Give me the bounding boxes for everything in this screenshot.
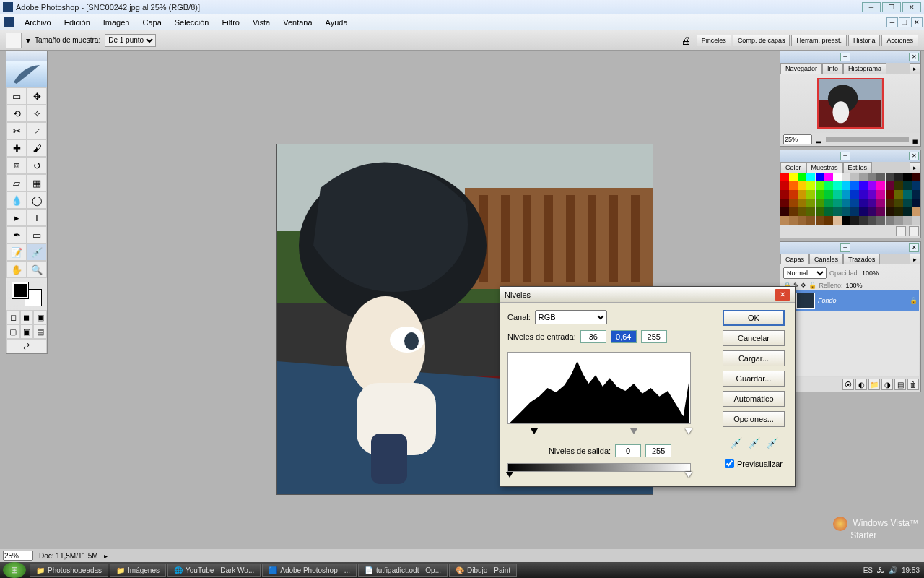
maximize-button[interactable]: ❐ xyxy=(882,2,901,12)
swatch[interactable] xyxy=(806,181,815,190)
menu-ventana[interactable]: Ventana xyxy=(277,17,318,28)
blur-tool[interactable]: 💧 xyxy=(6,191,27,209)
swatch[interactable] xyxy=(859,173,868,181)
layer-new-button[interactable]: ▤ xyxy=(894,379,906,390)
menu-filtro[interactable]: Filtro xyxy=(216,17,245,28)
preview-check-input[interactable] xyxy=(725,459,734,468)
ok-button[interactable]: OK xyxy=(723,310,785,326)
input-white-field[interactable] xyxy=(641,330,667,343)
delete-swatch-button[interactable] xyxy=(909,226,919,236)
swatch[interactable] xyxy=(833,190,842,199)
swatch[interactable] xyxy=(894,190,903,199)
screen-full-menu[interactable]: ▣ xyxy=(20,324,34,339)
panel-menu[interactable]: ▸ xyxy=(910,254,920,264)
swatch[interactable] xyxy=(833,207,842,216)
dodge-tool[interactable]: ◯ xyxy=(27,191,47,209)
swatch[interactable] xyxy=(850,190,859,199)
swatch[interactable] xyxy=(903,216,912,225)
panel-minimize[interactable]: ─ xyxy=(840,152,850,160)
palette-herram-preest[interactable]: Herram. preest. xyxy=(791,35,847,46)
eyedropper-white-icon[interactable]: 💉 xyxy=(766,437,778,449)
swatch[interactable] xyxy=(806,216,815,225)
swatch[interactable] xyxy=(894,216,903,225)
doc-restore-button[interactable]: ❐ xyxy=(899,17,910,27)
swatch[interactable] xyxy=(859,207,868,216)
swatch[interactable] xyxy=(868,199,876,207)
jump-to-imageready[interactable]: ⇄ xyxy=(6,339,47,353)
swatch[interactable] xyxy=(912,199,920,207)
quickmask-mask[interactable]: ◼ xyxy=(20,310,34,324)
swatch[interactable] xyxy=(868,173,876,181)
doc-minimize-button[interactable]: ─ xyxy=(886,17,898,27)
blend-mode-select[interactable]: Normal xyxy=(783,267,827,279)
swatch[interactable] xyxy=(850,216,859,225)
swatch[interactable] xyxy=(789,181,798,190)
swatch[interactable] xyxy=(824,173,833,181)
swatch[interactable] xyxy=(780,207,789,216)
swatch[interactable] xyxy=(780,173,789,181)
preview-checkbox[interactable]: Previsualizar xyxy=(725,459,783,468)
swatch[interactable] xyxy=(824,181,833,190)
tab-estilos[interactable]: Estilos xyxy=(843,162,873,173)
menu-archivo[interactable]: Archivo xyxy=(19,17,57,28)
swatch[interactable] xyxy=(894,199,903,207)
swatch[interactable] xyxy=(789,207,798,216)
swatch[interactable] xyxy=(886,190,894,199)
zoom-tool[interactable]: 🔍 xyxy=(27,261,47,278)
pen-tool[interactable]: ✒ xyxy=(6,226,27,243)
fill-value[interactable]: 100% xyxy=(846,282,863,289)
swatch[interactable] xyxy=(824,190,833,199)
swatch[interactable] xyxy=(886,181,894,190)
status-zoom-input[interactable] xyxy=(3,551,33,561)
tab-trazados[interactable]: Trazados xyxy=(843,254,880,264)
swatch[interactable] xyxy=(806,173,815,181)
menu-seleccion[interactable]: Selección xyxy=(169,17,215,28)
auto-button[interactable]: Automático xyxy=(723,391,785,407)
navigator-zoom-input[interactable] xyxy=(783,134,812,144)
dialog-titlebar[interactable]: Niveles ✕ xyxy=(500,287,795,303)
tab-histograma[interactable]: Histograma xyxy=(843,63,886,74)
crop-tool[interactable]: ✂ xyxy=(6,122,27,139)
swatch[interactable] xyxy=(850,207,859,216)
status-arrow-icon[interactable]: ▸ xyxy=(104,552,108,560)
layer-mask-button[interactable]: ◐ xyxy=(855,379,867,390)
eyedropper-black-icon[interactable]: 💉 xyxy=(730,437,742,449)
white-point-slider[interactable] xyxy=(685,428,692,434)
swatch[interactable] xyxy=(903,190,912,199)
shape-tool[interactable]: ▭ xyxy=(27,226,47,243)
swatch[interactable] xyxy=(859,216,868,225)
swatch[interactable] xyxy=(886,199,894,207)
output-white-field[interactable] xyxy=(645,444,671,457)
swatch[interactable] xyxy=(903,181,912,190)
navigator-thumb[interactable] xyxy=(817,78,884,129)
eraser-tool[interactable]: ▱ xyxy=(6,174,27,191)
task-photoshop[interactable]: 🟦 Adobe Photoshop - ... xyxy=(262,564,357,577)
swatch[interactable] xyxy=(798,216,806,225)
load-button[interactable]: Cargar... xyxy=(723,350,785,366)
start-button[interactable]: ⊞ xyxy=(3,562,26,578)
tab-capas[interactable]: Capas xyxy=(780,254,809,264)
notes-tool[interactable]: 📝 xyxy=(6,243,27,261)
layer-delete-button[interactable]: 🗑 xyxy=(907,379,919,390)
wand-tool[interactable]: ✧ xyxy=(27,105,47,122)
panel-close[interactable]: ✕ xyxy=(909,243,919,252)
panel-close[interactable]: ✕ xyxy=(909,53,919,61)
swatch[interactable] xyxy=(842,181,850,190)
swatch[interactable] xyxy=(886,173,894,181)
cancel-button[interactable]: Cancelar xyxy=(723,330,785,346)
palette-historia[interactable]: Historia xyxy=(848,35,881,46)
swatch[interactable] xyxy=(816,207,824,216)
channel-select[interactable]: RGB xyxy=(535,310,607,324)
swatch[interactable] xyxy=(868,216,876,225)
healing-tool[interactable]: ✚ xyxy=(6,139,27,157)
task-photoshopeadas[interactable]: 📁 Photoshopeadas xyxy=(30,564,108,577)
swatch[interactable] xyxy=(798,181,806,190)
screen-std[interactable]: ▢ xyxy=(6,324,20,339)
swatch[interactable] xyxy=(806,199,815,207)
swatch[interactable] xyxy=(850,173,859,181)
eyedropper-tool[interactable]: 💉 xyxy=(27,243,47,261)
swatch[interactable] xyxy=(842,199,850,207)
menu-ayuda[interactable]: Ayuda xyxy=(320,17,354,28)
swatch[interactable] xyxy=(824,199,833,207)
swatch[interactable] xyxy=(903,199,912,207)
